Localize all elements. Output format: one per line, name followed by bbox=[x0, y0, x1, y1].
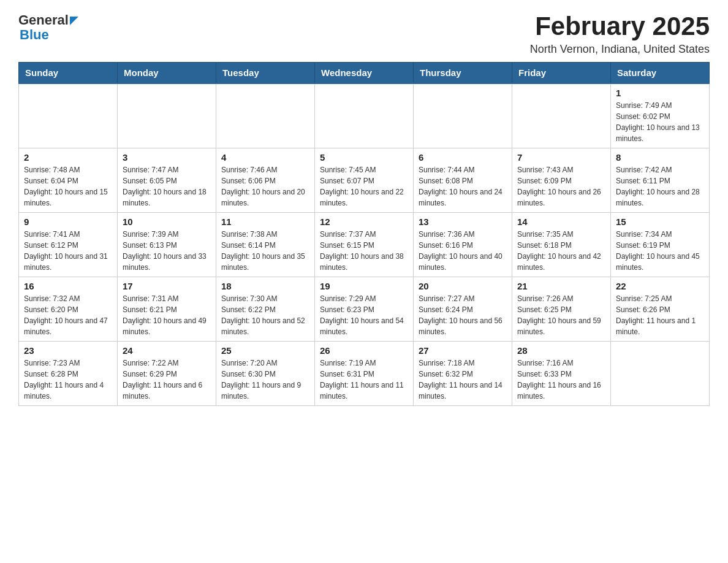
day-info: Sunrise: 7:27 AM Sunset: 6:24 PM Dayligh… bbox=[419, 293, 507, 337]
calendar-cell: 3Sunrise: 7:47 AM Sunset: 6:05 PM Daylig… bbox=[118, 148, 216, 213]
day-number: 19 bbox=[320, 281, 408, 291]
weekday-header-saturday: Saturday bbox=[611, 63, 710, 84]
day-number: 9 bbox=[24, 216, 112, 227]
calendar-cell: 10Sunrise: 7:39 AM Sunset: 6:13 PM Dayli… bbox=[118, 213, 216, 277]
calendar-cell: 20Sunrise: 7:27 AM Sunset: 6:24 PM Dayli… bbox=[414, 277, 512, 342]
day-number: 16 bbox=[24, 281, 112, 291]
day-number: 6 bbox=[419, 152, 507, 163]
logo-general-text: General bbox=[18, 12, 69, 28]
weekday-header-tuesday: Tuesday bbox=[216, 63, 315, 84]
day-number: 18 bbox=[221, 281, 309, 291]
day-info: Sunrise: 7:16 AM Sunset: 6:33 PM Dayligh… bbox=[517, 358, 605, 402]
day-info: Sunrise: 7:38 AM Sunset: 6:14 PM Dayligh… bbox=[221, 229, 309, 273]
day-info: Sunrise: 7:39 AM Sunset: 6:13 PM Dayligh… bbox=[123, 229, 211, 273]
day-info: Sunrise: 7:48 AM Sunset: 6:04 PM Dayligh… bbox=[24, 164, 112, 209]
day-number: 24 bbox=[123, 345, 211, 356]
day-info: Sunrise: 7:44 AM Sunset: 6:08 PM Dayligh… bbox=[419, 164, 507, 209]
calendar-cell: 9Sunrise: 7:41 AM Sunset: 6:12 PM Daylig… bbox=[19, 213, 118, 277]
weekday-header-friday: Friday bbox=[512, 63, 611, 84]
calendar-week-row: 2Sunrise: 7:48 AM Sunset: 6:04 PM Daylig… bbox=[19, 148, 710, 213]
day-number: 11 bbox=[221, 216, 309, 227]
day-info: Sunrise: 7:23 AM Sunset: 6:28 PM Dayligh… bbox=[24, 358, 112, 402]
logo-blue-text: Blue bbox=[20, 27, 49, 43]
calendar-week-row: 23Sunrise: 7:23 AM Sunset: 6:28 PM Dayli… bbox=[19, 342, 710, 406]
day-info: Sunrise: 7:49 AM Sunset: 6:02 PM Dayligh… bbox=[616, 100, 704, 144]
day-number: 12 bbox=[320, 216, 408, 227]
day-info: Sunrise: 7:26 AM Sunset: 6:25 PM Dayligh… bbox=[517, 293, 605, 337]
day-number: 25 bbox=[221, 345, 309, 356]
day-number: 1 bbox=[616, 88, 704, 98]
day-number: 3 bbox=[123, 152, 211, 163]
day-number: 23 bbox=[24, 345, 112, 356]
day-info: Sunrise: 7:19 AM Sunset: 6:31 PM Dayligh… bbox=[320, 358, 408, 402]
calendar-cell bbox=[118, 83, 216, 148]
day-info: Sunrise: 7:32 AM Sunset: 6:20 PM Dayligh… bbox=[24, 293, 112, 337]
calendar-cell: 14Sunrise: 7:35 AM Sunset: 6:18 PM Dayli… bbox=[512, 213, 611, 277]
day-info: Sunrise: 7:47 AM Sunset: 6:05 PM Dayligh… bbox=[123, 164, 211, 209]
calendar-cell bbox=[512, 83, 611, 148]
calendar-cell: 7Sunrise: 7:43 AM Sunset: 6:09 PM Daylig… bbox=[512, 148, 611, 213]
calendar-cell: 8Sunrise: 7:42 AM Sunset: 6:11 PM Daylig… bbox=[611, 148, 710, 213]
day-info: Sunrise: 7:22 AM Sunset: 6:29 PM Dayligh… bbox=[123, 358, 211, 402]
calendar-table: SundayMondayTuesdayWednesdayThursdayFrid… bbox=[18, 62, 710, 406]
day-number: 14 bbox=[517, 216, 605, 227]
calendar-cell bbox=[414, 83, 512, 148]
calendar-cell: 22Sunrise: 7:25 AM Sunset: 6:26 PM Dayli… bbox=[611, 277, 710, 342]
calendar-cell bbox=[19, 83, 118, 148]
calendar-cell: 18Sunrise: 7:30 AM Sunset: 6:22 PM Dayli… bbox=[216, 277, 315, 342]
day-info: Sunrise: 7:45 AM Sunset: 6:07 PM Dayligh… bbox=[320, 164, 408, 209]
page-subtitle: North Vernon, Indiana, United States bbox=[530, 43, 710, 56]
calendar-cell bbox=[611, 342, 710, 406]
day-number: 2 bbox=[24, 152, 112, 163]
day-number: 13 bbox=[419, 216, 507, 227]
day-number: 8 bbox=[616, 152, 704, 163]
weekday-header-wednesday: Wednesday bbox=[315, 63, 414, 84]
day-number: 17 bbox=[123, 281, 211, 291]
day-number: 10 bbox=[123, 216, 211, 227]
calendar-cell: 28Sunrise: 7:16 AM Sunset: 6:33 PM Dayli… bbox=[512, 342, 611, 406]
day-number: 5 bbox=[320, 152, 408, 163]
calendar-header-row: SundayMondayTuesdayWednesdayThursdayFrid… bbox=[19, 63, 710, 84]
calendar-cell: 23Sunrise: 7:23 AM Sunset: 6:28 PM Dayli… bbox=[19, 342, 118, 406]
calendar-cell: 6Sunrise: 7:44 AM Sunset: 6:08 PM Daylig… bbox=[414, 148, 512, 213]
calendar-cell: 15Sunrise: 7:34 AM Sunset: 6:19 PM Dayli… bbox=[611, 213, 710, 277]
day-info: Sunrise: 7:41 AM Sunset: 6:12 PM Dayligh… bbox=[24, 229, 112, 273]
weekday-header-sunday: Sunday bbox=[19, 63, 118, 84]
day-info: Sunrise: 7:37 AM Sunset: 6:15 PM Dayligh… bbox=[320, 229, 408, 273]
day-info: Sunrise: 7:18 AM Sunset: 6:32 PM Dayligh… bbox=[419, 358, 507, 402]
logo: General Blue bbox=[18, 12, 78, 43]
page-header: General Blue February 2025 North Vernon,… bbox=[18, 12, 710, 56]
day-number: 4 bbox=[221, 152, 309, 163]
calendar-cell bbox=[315, 83, 414, 148]
day-info: Sunrise: 7:29 AM Sunset: 6:23 PM Dayligh… bbox=[320, 293, 408, 337]
day-info: Sunrise: 7:43 AM Sunset: 6:09 PM Dayligh… bbox=[517, 164, 605, 209]
day-number: 28 bbox=[517, 345, 605, 356]
calendar-cell: 4Sunrise: 7:46 AM Sunset: 6:06 PM Daylig… bbox=[216, 148, 315, 213]
day-number: 27 bbox=[419, 345, 507, 356]
day-info: Sunrise: 7:35 AM Sunset: 6:18 PM Dayligh… bbox=[517, 229, 605, 273]
day-info: Sunrise: 7:25 AM Sunset: 6:26 PM Dayligh… bbox=[616, 293, 704, 337]
day-info: Sunrise: 7:36 AM Sunset: 6:16 PM Dayligh… bbox=[419, 229, 507, 273]
day-number: 20 bbox=[419, 281, 507, 291]
day-number: 7 bbox=[517, 152, 605, 163]
calendar-cell: 5Sunrise: 7:45 AM Sunset: 6:07 PM Daylig… bbox=[315, 148, 414, 213]
day-info: Sunrise: 7:20 AM Sunset: 6:30 PM Dayligh… bbox=[221, 358, 309, 402]
page-title: February 2025 bbox=[530, 12, 710, 40]
calendar-cell: 13Sunrise: 7:36 AM Sunset: 6:16 PM Dayli… bbox=[414, 213, 512, 277]
calendar-cell: 19Sunrise: 7:29 AM Sunset: 6:23 PM Dayli… bbox=[315, 277, 414, 342]
calendar-cell: 17Sunrise: 7:31 AM Sunset: 6:21 PM Dayli… bbox=[118, 277, 216, 342]
day-number: 21 bbox=[517, 281, 605, 291]
calendar-cell: 11Sunrise: 7:38 AM Sunset: 6:14 PM Dayli… bbox=[216, 213, 315, 277]
calendar-cell: 21Sunrise: 7:26 AM Sunset: 6:25 PM Dayli… bbox=[512, 277, 611, 342]
calendar-cell: 16Sunrise: 7:32 AM Sunset: 6:20 PM Dayli… bbox=[19, 277, 118, 342]
calendar-cell: 2Sunrise: 7:48 AM Sunset: 6:04 PM Daylig… bbox=[19, 148, 118, 213]
day-number: 26 bbox=[320, 345, 408, 356]
day-info: Sunrise: 7:34 AM Sunset: 6:19 PM Dayligh… bbox=[616, 229, 704, 273]
calendar-week-row: 9Sunrise: 7:41 AM Sunset: 6:12 PM Daylig… bbox=[19, 213, 710, 277]
title-block: February 2025 North Vernon, Indiana, Uni… bbox=[530, 12, 710, 56]
day-number: 22 bbox=[616, 281, 704, 291]
calendar-cell: 25Sunrise: 7:20 AM Sunset: 6:30 PM Dayli… bbox=[216, 342, 315, 406]
day-info: Sunrise: 7:42 AM Sunset: 6:11 PM Dayligh… bbox=[616, 164, 704, 209]
calendar-week-row: 1Sunrise: 7:49 AM Sunset: 6:02 PM Daylig… bbox=[19, 83, 710, 148]
calendar-cell: 24Sunrise: 7:22 AM Sunset: 6:29 PM Dayli… bbox=[118, 342, 216, 406]
